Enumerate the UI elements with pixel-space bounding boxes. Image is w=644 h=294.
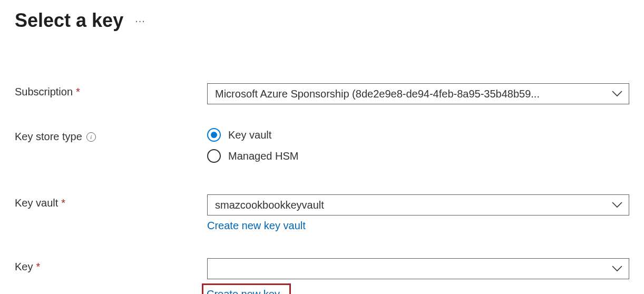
radio-keyvault[interactable]: Key vault: [207, 128, 629, 142]
key-label: Key: [15, 261, 33, 273]
radio-managedhsm[interactable]: Managed HSM: [207, 149, 629, 163]
subscription-value: Microsoft Azure Sponsorship (8de2e9e8-de…: [215, 88, 540, 100]
radio-keyvault-label: Key vault: [228, 129, 271, 141]
create-keyvault-link[interactable]: Create new key vault: [207, 220, 306, 232]
chevron-down-icon: [612, 266, 622, 272]
subscription-dropdown[interactable]: Microsoft Azure Sponsorship (8de2e9e8-de…: [207, 83, 629, 104]
radio-selected-icon: [207, 128, 221, 142]
page-title: Select a key: [15, 9, 123, 32]
keyvault-dropdown[interactable]: smazcookbookkeyvault: [207, 194, 629, 215]
radio-managedhsm-label: Managed HSM: [228, 150, 298, 162]
keystore-label: Key store type: [15, 131, 82, 143]
required-indicator: *: [61, 197, 65, 209]
subscription-label: Subscription: [15, 86, 73, 98]
chevron-down-icon: [612, 91, 622, 97]
key-dropdown[interactable]: [207, 258, 629, 279]
chevron-down-icon: [612, 202, 622, 208]
required-indicator: *: [76, 86, 80, 98]
keyvault-value: smazcookbookkeyvault: [215, 199, 324, 211]
required-indicator: *: [36, 261, 40, 273]
more-actions-icon[interactable]: ···: [135, 15, 145, 27]
highlight-box: Create new key: [202, 283, 291, 294]
create-key-link[interactable]: Create new key: [207, 288, 280, 294]
keyvault-label: Key vault: [15, 197, 58, 209]
radio-unselected-icon: [207, 149, 221, 163]
info-icon[interactable]: i: [86, 132, 96, 142]
